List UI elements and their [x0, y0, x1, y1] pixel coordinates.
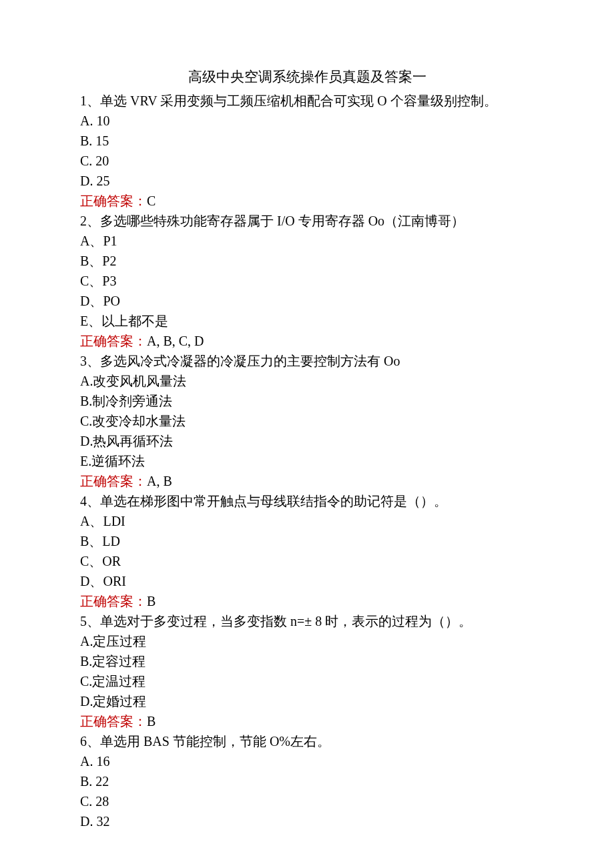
question-option: A. 10	[80, 111, 534, 131]
question-option: B、P2	[80, 251, 534, 271]
question-option: D、ORI	[80, 571, 534, 591]
answer-value: B	[147, 594, 156, 608]
question-prompt: 4、单选在梯形图中常开触点与母线联结指令的助记符是（）。	[80, 491, 534, 511]
question-block: 6、单选用 BAS 节能控制，节能 O%左右。A. 16B. 22C. 28D.…	[80, 731, 534, 831]
question-option: A.定压过程	[80, 631, 534, 651]
answer-line: 正确答案：B	[80, 591, 534, 611]
answer-line: 正确答案：C	[80, 191, 534, 211]
answer-label: 正确答案：	[80, 594, 147, 608]
question-block: 4、单选在梯形图中常开触点与母线联结指令的助记符是（）。A、LDIB、LDC、O…	[80, 491, 534, 611]
question-option: D.定婚过程	[80, 691, 534, 711]
question-prompt: 3、多选风冷式冷凝器的冷凝压力的主要控制方法有 Oo	[80, 351, 534, 371]
question-block: 1、单选 VRV 采用变频与工频压缩机相配合可实现 O 个容量级别控制。A. 1…	[80, 91, 534, 211]
answer-line: 正确答案：B	[80, 711, 534, 731]
question-option: B. 15	[80, 131, 534, 151]
question-prompt: 2、多选哪些特殊功能寄存器属于 I/O 专用寄存器 Oo（江南博哥）	[80, 211, 534, 231]
answer-value: A, B, C, D	[147, 334, 204, 348]
answer-label: 正确答案：	[80, 334, 147, 348]
answer-label: 正确答案：	[80, 193, 147, 208]
question-option: D.热风再循环法	[80, 431, 534, 451]
question-block: 5、单选对于多变过程，当多变指数 n=± 8 时，表示的过程为（）。A.定压过程…	[80, 611, 534, 731]
question-option: D. 25	[80, 171, 534, 191]
question-prompt: 1、单选 VRV 采用变频与工频压缩机相配合可实现 O 个容量级别控制。	[80, 91, 534, 111]
question-option: A. 16	[80, 751, 534, 771]
question-option: C.定温过程	[80, 671, 534, 691]
question-option: C、OR	[80, 551, 534, 571]
question-option: C. 28	[80, 791, 534, 811]
answer-line: 正确答案：A, B	[80, 471, 534, 491]
question-option: C. 20	[80, 151, 534, 171]
question-option: B. 22	[80, 771, 534, 791]
question-option: A、P1	[80, 231, 534, 251]
question-option: D、PO	[80, 291, 534, 311]
question-option: A.改变风机风量法	[80, 371, 534, 391]
question-option: E.逆循环法	[80, 451, 534, 471]
question-option: D. 32	[80, 811, 534, 831]
question-option: B.定容过程	[80, 651, 534, 671]
question-option: C.改变冷却水量法	[80, 411, 534, 431]
page-title: 高级中央空调系统操作员真题及答案一	[80, 67, 534, 88]
question-option: E、以上都不是	[80, 311, 534, 331]
question-prompt: 5、单选对于多变过程，当多变指数 n=± 8 时，表示的过程为（）。	[80, 611, 534, 631]
question-option: B.制冷剂旁通法	[80, 391, 534, 411]
answer-value: B	[147, 714, 156, 729]
answer-value: C	[147, 193, 156, 208]
answer-label: 正确答案：	[80, 474, 147, 488]
answer-value: A, B	[147, 474, 172, 488]
answer-line: 正确答案：A, B, C, D	[80, 331, 534, 351]
question-block: 3、多选风冷式冷凝器的冷凝压力的主要控制方法有 OoA.改变风机风量法B.制冷剂…	[80, 351, 534, 491]
question-option: A、LDI	[80, 511, 534, 531]
answer-label: 正确答案：	[80, 714, 147, 729]
question-prompt: 6、单选用 BAS 节能控制，节能 O%左右。	[80, 731, 534, 751]
question-option: B、LD	[80, 531, 534, 551]
question-block: 2、多选哪些特殊功能寄存器属于 I/O 专用寄存器 Oo（江南博哥）A、P1B、…	[80, 211, 534, 351]
question-option: C、P3	[80, 271, 534, 291]
questions-container: 1、单选 VRV 采用变频与工频压缩机相配合可实现 O 个容量级别控制。A. 1…	[80, 91, 534, 831]
